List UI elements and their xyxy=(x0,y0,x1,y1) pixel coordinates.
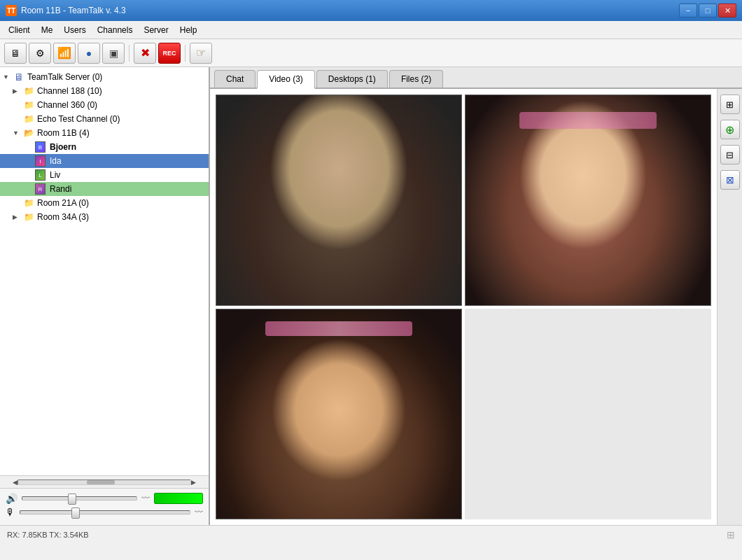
tree-item-randi[interactable]: R Randi xyxy=(0,182,209,196)
video-cell-1[interactable] xyxy=(216,94,462,306)
scroll-right-btn[interactable]: ▶ xyxy=(191,479,196,486)
folder-ch188-icon: 📁 xyxy=(22,85,35,97)
ida-label: Ida xyxy=(50,156,62,166)
tree-item-echo[interactable]: 📁 Echo Test Channel (0) xyxy=(0,112,209,126)
speaker-icon: 🔊 xyxy=(6,493,18,504)
stream-icon: ▣ xyxy=(109,48,118,59)
scroll-track xyxy=(18,479,191,485)
title-bar: TT Room 11B - TeamTalk v. 4.3 − □ ✕ xyxy=(0,0,742,21)
screen-share-button[interactable]: ⊟ xyxy=(720,145,740,164)
preferences-icon: ⚙ xyxy=(36,48,45,59)
horizontal-scrollbar[interactable]: ◀ ▶ xyxy=(0,475,209,488)
ch188-label: Channel 188 (10) xyxy=(37,86,102,96)
folder-echo-icon: 📁 xyxy=(22,113,35,125)
window-title: Room 11B - TeamTalk v. 4.3 xyxy=(21,6,679,15)
status-bar: RX: 7.85KB TX: 3.54KB ⊞ xyxy=(0,525,742,543)
record-button[interactable]: ● xyxy=(78,43,100,64)
tab-bar: Chat Video (3) Desktops (1) Files (2) xyxy=(210,67,742,89)
share-button[interactable]: ⊠ xyxy=(720,170,740,190)
bjoern-label: Bjoern xyxy=(50,142,76,152)
detach-video-button[interactable]: ⊞ xyxy=(720,94,740,114)
delete-button[interactable]: ✖ xyxy=(134,43,156,64)
avatar-bjoern: B xyxy=(35,141,48,153)
equalizer-icon: 📶 xyxy=(57,46,71,59)
record-icon: ● xyxy=(86,48,92,59)
video-placeholder-2 xyxy=(465,95,710,305)
menu-bar: Client Me Users Channels Server Help xyxy=(0,21,742,39)
video-grid xyxy=(210,89,717,525)
rec-button[interactable]: REC xyxy=(158,43,181,64)
tree-item-room34a[interactable]: ▶ 📁 Room 34A (3) xyxy=(0,210,209,224)
tree-item-ch188[interactable]: ▶ 📁 Channel 188 (10) xyxy=(0,84,209,98)
menu-me[interactable]: Me xyxy=(36,23,59,37)
menu-client[interactable]: Client xyxy=(3,23,36,37)
menu-server[interactable]: Server xyxy=(138,23,174,37)
close-button[interactable]: ✕ xyxy=(718,4,736,18)
minimize-button[interactable]: − xyxy=(679,4,697,18)
avatar-randi: R xyxy=(35,183,48,195)
tree-item-room11b[interactable]: ▼ 📂 Room 11B (4) xyxy=(0,126,209,140)
video-cell-2[interactable] xyxy=(465,94,711,306)
tree-item-server[interactable]: ▼ 🖥 TeamTalk Server (0) xyxy=(0,70,209,84)
tree-item-ch360[interactable]: 📁 Channel 360 (0) xyxy=(0,98,209,112)
arrow-server: ▼ xyxy=(3,74,13,80)
share-icon: ⊠ xyxy=(726,174,734,186)
tree-item-ida[interactable]: I Ida xyxy=(0,154,209,168)
mic-icon: 🎙 xyxy=(6,507,15,518)
delete-icon: ✖ xyxy=(141,46,150,59)
video-cell-empty xyxy=(465,309,711,520)
left-panel: ▼ 🖥 TeamTalk Server (0) ▶ 📁 Channel 188 … xyxy=(0,67,210,525)
side-buttons: ⊞ ⊕ ⊟ ⊠ xyxy=(717,89,742,525)
tree-item-room21a[interactable]: 📁 Room 21A (0) xyxy=(0,196,209,210)
menu-users[interactable]: Users xyxy=(58,23,91,37)
tree-item-bjoern[interactable]: B Bjoern xyxy=(0,140,209,154)
toolbar-separator xyxy=(129,45,130,62)
server-icon: 🖥 xyxy=(13,71,25,83)
maximize-button[interactable]: □ xyxy=(699,4,717,18)
wave-icon: 〰 xyxy=(141,493,150,503)
speaker-row: 🔊 〰 xyxy=(6,493,203,504)
room34a-label: Room 34A (3) xyxy=(37,212,89,222)
preferences-button[interactable]: ⚙ xyxy=(29,43,51,64)
folder-room34a-icon: 📁 xyxy=(22,211,35,223)
detach-icon: ⊞ xyxy=(726,99,734,110)
volume-thumb[interactable] xyxy=(68,493,76,505)
volume-slider[interactable] xyxy=(22,496,137,500)
stream-button[interactable]: ▣ xyxy=(102,43,125,64)
arrow-room11b: ▼ xyxy=(13,130,22,136)
tab-chat[interactable]: Chat xyxy=(214,70,255,88)
connect-icon: 🖥 xyxy=(10,48,20,59)
channel-tree: ▼ 🖥 TeamTalk Server (0) ▶ 📁 Channel 188 … xyxy=(0,67,209,475)
equalizer-button[interactable]: 📶 xyxy=(53,43,76,64)
right-panel: Chat Video (3) Desktops (1) Files (2) xyxy=(210,67,742,525)
tab-files[interactable]: Files (2) xyxy=(389,70,443,88)
arrow-ch188: ▶ xyxy=(13,88,22,94)
menu-help[interactable]: Help xyxy=(174,23,203,37)
video-placeholder-3 xyxy=(216,309,461,519)
audio-level-meter xyxy=(154,493,203,504)
tab-desktops[interactable]: Desktops (1) xyxy=(316,70,388,88)
connect-button[interactable]: 🖥 xyxy=(4,43,27,64)
scroll-thumb[interactable] xyxy=(87,480,115,484)
scroll-left-btn[interactable]: ◀ xyxy=(13,479,18,486)
folder-room21a-icon: 📁 xyxy=(22,197,35,209)
rec-label: REC xyxy=(162,50,176,57)
toolbar: 🖥 ⚙ 📶 ● ▣ ✖ REC ☞ xyxy=(0,39,742,67)
resize-grip[interactable]: ⊞ xyxy=(727,529,735,540)
video-cell-3[interactable] xyxy=(216,309,462,520)
app-icon: TT xyxy=(6,5,17,16)
network-status: RX: 7.85KB TX: 3.54KB xyxy=(7,531,89,539)
screen-icon: ⊟ xyxy=(726,150,734,160)
mic-thumb[interactable] xyxy=(71,507,80,519)
tab-video[interactable]: Video (3) xyxy=(257,70,314,89)
tree-item-liv[interactable]: L Liv xyxy=(0,168,209,182)
arrow-room34a: ▶ xyxy=(13,214,22,220)
add-video-button[interactable]: ⊕ xyxy=(720,120,740,139)
randi-label: Randi xyxy=(50,184,71,194)
content-area: ⊞ ⊕ ⊟ ⊠ xyxy=(210,89,742,525)
main-layout: ▼ 🖥 TeamTalk Server (0) ▶ 📁 Channel 188 … xyxy=(0,67,742,525)
mic-slider[interactable] xyxy=(20,510,190,514)
liv-label: Liv xyxy=(50,170,60,180)
menu-channels[interactable]: Channels xyxy=(92,23,139,37)
hand-button[interactable]: ☞ xyxy=(190,43,212,64)
